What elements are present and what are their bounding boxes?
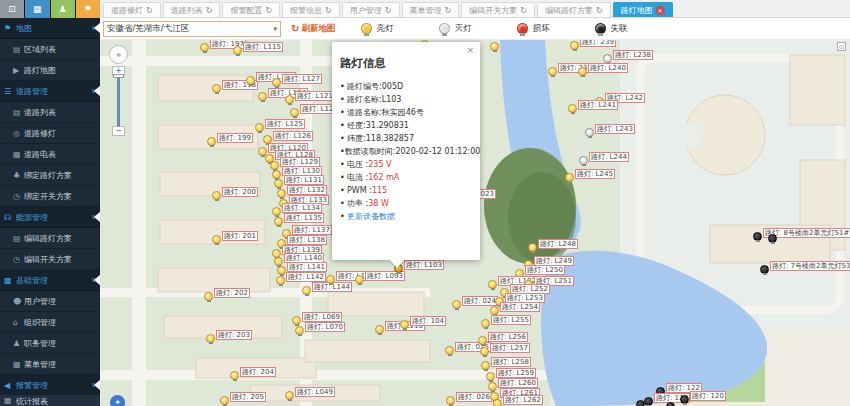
streetlight-marker[interactable]: 路灯: L245 [565,173,615,182]
tab-编辑开关方案[interactable]: 编辑开关方案↻ [461,2,535,17]
refresh-map-label: 刷新地图 [301,23,335,35]
sidebar-item-职务管理[interactable]: ♟职务管理 [0,333,100,354]
tab-refresh-icon[interactable]: ↻ [206,6,213,15]
tab-编辑路灯方案[interactable]: 编辑路灯方案↻ [537,2,611,17]
tab-refresh-icon[interactable]: ↻ [520,6,527,15]
tab-用户管理[interactable]: 用户管理↻ [342,2,400,17]
marker-label: 路灯: L135 [284,213,324,223]
streetlight-marker[interactable]: 路灯: 202 [204,292,250,301]
refresh-map-button[interactable]: ↻ 刷新地图 [291,23,335,35]
tab-道路修灯[interactable]: 道路修灯↻ [103,2,161,17]
streetlight-marker[interactable]: 路灯: L049 [285,391,335,400]
streetlight-marker[interactable]: 路灯: 104 [400,320,446,329]
streetlight-info-popup: × 路灯信息 •路灯编号:005D•路灯名称:L103•道路名称:秋实园46号•… [332,42,480,260]
streetlight-marker[interactable]: 路灯: 200 [212,191,258,200]
sidebar-section-能源管理[interactable]: ☊能源管理∨ [0,207,100,228]
sidebar-item-编辑路灯方案[interactable]: ▤编辑路灯方案 [0,228,100,249]
bulb-icon [548,67,557,76]
streetlight-marker[interactable] [768,234,777,243]
marker-label: 路灯: L243 [595,124,635,134]
sidebar-item-绑定开关方案[interactable]: ◷绑定开关方案 [0,186,100,207]
streetlight-marker[interactable]: 路灯: L248 [528,243,578,252]
streetlight-marker[interactable] [490,42,499,51]
streetlight-marker[interactable]: 路灯: L127 [272,78,322,87]
sidebar-section-地图[interactable]: ⚑地图∨ [0,18,100,39]
tab-refresh-icon[interactable]: ↻ [445,6,452,15]
streetlight-marker[interactable] [636,400,645,406]
compass-control[interactable]: ✦ [110,395,125,406]
quickbar-button[interactable]: ♟ [51,0,75,18]
zoom-out-button[interactable]: − [112,126,125,136]
sidebar-item-道路电表[interactable]: ▦道路电表 [0,144,100,165]
streetlight-marker[interactable]: 路灯: 201 [212,235,258,244]
streetlight-marker[interactable]: 路灯: L243 [585,128,635,137]
tab-refresh-icon[interactable]: ↻ [325,6,332,15]
streetlight-marker[interactable]: 路灯: 205 [220,396,266,405]
sidebar-item-区域列表[interactable]: ▤区域列表 [0,39,100,60]
sidebar-item-菜单管理[interactable]: ▦菜单管理 [0,354,100,375]
close-icon[interactable]: × [466,45,474,55]
sidebar-item-路灯地图[interactable]: ▶路灯地图 [0,60,100,81]
tab-菜单管理[interactable]: 菜单管理↻ [402,2,460,17]
streetlight-marker[interactable]: 路灯: L070 [295,326,345,335]
tab-label: 报警信息 [290,5,322,16]
tab-label: 编辑路灯方案 [545,5,593,16]
streetlight-marker[interactable]: 路灯: L115 [233,46,283,55]
sidebar-item-用户管理[interactable]: ☻用户管理 [0,291,100,312]
streetlight-marker[interactable]: 路灯: L238 [603,54,653,63]
tab-label: 道路修灯 [111,5,143,16]
tab-refresh-icon[interactable]: ↻ [596,6,603,15]
sidebar-item-道路修灯[interactable]: ◎道路修灯 [0,123,100,144]
streetlight-marker[interactable]: 路灯: L121 [285,95,335,104]
tab-refresh-icon[interactable]: ↻ [265,6,272,15]
streetlight-marker[interactable]: 路灯: L262 [493,399,543,406]
tab-道路列表[interactable]: 道路列表↻ [163,2,221,17]
bulb-icon [212,191,221,200]
streetlight-marker[interactable]: 路灯: L240 [578,67,628,76]
section-icon: ⚑ [4,24,16,33]
streetlight-marker[interactable]: 路灯: L254 [490,306,540,315]
map-overview-toggle[interactable]: ⊡ [837,42,846,51]
sidebar-item-绑定路灯方案[interactable]: ♣绑定路灯方案 [0,165,100,186]
region-select[interactable]: 安徽省/芜湖市/弋江区 ▾ [103,21,281,37]
bulb-icon [274,179,283,188]
tab-路灯地图[interactable]: 路灯地图✕ [613,2,673,17]
streetlight-marker[interactable]: 路灯: 120 [680,395,726,404]
streetlight-marker[interactable]: 路灯: L241 [568,104,618,113]
sidebar-section-报警管理[interactable]: ◀报警管理∨ [0,375,100,396]
sidebar-section-道路管理[interactable]: ☰道路管理∨ [0,81,100,102]
streetlight-marker[interactable]: 路灯: L244 [579,156,629,165]
streetlight-marker[interactable]: 路灯: L144 [302,286,352,295]
streetlight-marker[interactable]: 路灯: 7号楼南2单元灯53# [760,265,850,274]
sidebar-item-道路列表[interactable]: ▤道路列表 [0,102,100,123]
map-pan-control[interactable]: ✛ [109,45,128,64]
streetlight-marker[interactable] [666,402,675,406]
sidebar-item-编辑开关方案[interactable]: ◷编辑开关方案 [0,249,100,270]
bulb-icon [212,84,221,93]
sidebar-item-report[interactable]: ▦ 统计报表 [0,395,100,406]
streetlight-marker[interactable]: 路灯: 203 [206,334,252,343]
streetlight-marker[interactable]: 路灯: 026 [446,396,492,405]
streetlight-marker[interactable]: 路灯: 204 [230,371,276,380]
sidebar-item-组织管理[interactable]: ⌂组织管理 [0,312,100,333]
tab-refresh-icon[interactable]: ↻ [385,6,392,15]
tab-报警信息[interactable]: 报警信息↻ [282,2,340,17]
streetlight-marker[interactable]: 路灯: L093 [355,275,405,284]
streetlight-marker[interactable]: 路灯: L257 [480,347,530,356]
quickbar-button[interactable]: ▦ [25,0,49,18]
zoom-slider-handle[interactable] [113,74,124,78]
popup-field-row: •纬度:118.382857 [340,132,472,145]
quickbar-button[interactable]: ⊡ [0,0,24,18]
bulb-icon [666,402,675,406]
streetlight-marker[interactable]: 路灯: L255 [481,319,531,328]
tab-refresh-icon[interactable]: ↻ [146,6,153,15]
streetlight-marker[interactable]: 路灯: 199 [207,137,253,146]
streetlight-marker[interactable]: 路灯: 239 [570,41,616,50]
quickbar-button[interactable]: ⚑ [76,0,100,18]
update-device-link[interactable]: 更新设备数据 [347,210,395,223]
sidebar-section-基础管理[interactable]: ▩基础管理∨ [0,270,100,291]
marker-label: 路灯: L049 [295,387,335,397]
tab-报警配置[interactable]: 报警配置↻ [222,2,280,17]
tab-close-icon[interactable]: ✕ [656,6,665,15]
popup-metric-row: •电压 : 235 V [340,158,472,171]
